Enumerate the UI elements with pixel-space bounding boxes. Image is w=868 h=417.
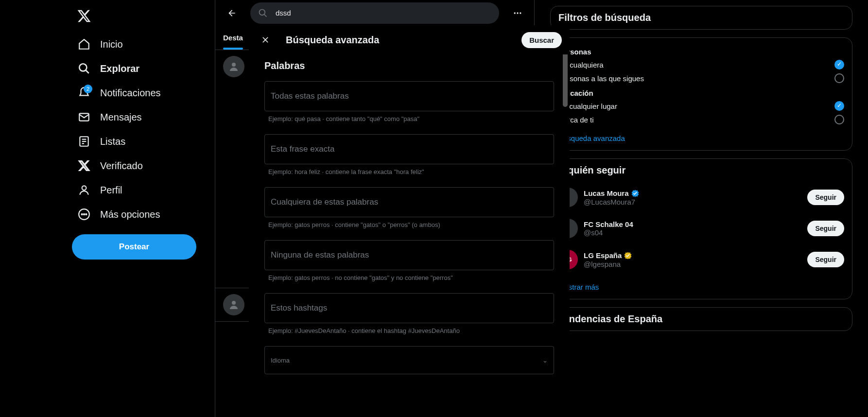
svg-point-15 (517, 12, 518, 14)
svg-point-0 (79, 64, 87, 71)
account-handle: @LucasMoura7 (584, 198, 801, 206)
nav-profile[interactable]: Perfil (72, 178, 128, 202)
account-name: FC Schalke 04 (584, 220, 633, 228)
field-hint: Ejemplo: #JuevesDeAntaño · contiene el h… (264, 327, 554, 334)
search-icon (258, 8, 268, 18)
svg-point-16 (520, 12, 521, 14)
nav-messages[interactable]: Mensajes (72, 105, 148, 129)
nav-label: Perfil (100, 185, 122, 196)
follow-suggestion[interactable]: Lucas Moura @LucasMoura7 Seguir (551, 182, 852, 213)
location-heading: Ubicación (558, 89, 844, 97)
nav-home[interactable]: Inicio (72, 32, 129, 56)
avatar[interactable] (223, 56, 244, 77)
nav-verified[interactable]: Verificado (72, 154, 149, 178)
language-select[interactable]: Idioma ⌄ (264, 346, 554, 374)
search-box[interactable] (250, 2, 499, 24)
field-hint: Ejemplo: gatos perros · no contiene "gat… (264, 274, 554, 281)
field-hint: Ejemplo: hora feliz · contiene la frase … (264, 168, 554, 175)
account-handle: @s04 (584, 228, 801, 237)
svg-point-11 (86, 214, 87, 215)
all-words-input[interactable] (264, 81, 554, 111)
filter-following[interactable]: Personas a las que sigues (558, 71, 844, 85)
filter-near-you[interactable]: Cerca de ti (558, 113, 844, 126)
follow-button[interactable]: Seguir (807, 252, 844, 267)
avatar[interactable] (223, 294, 244, 315)
svg-point-9 (82, 214, 83, 215)
svg-point-14 (514, 12, 516, 14)
radio-label: Personas a las que sigues (558, 74, 644, 83)
trends-title: Tendencias de España (551, 308, 852, 330)
post-button[interactable]: Postear (72, 234, 196, 260)
search-button[interactable]: Buscar (521, 32, 562, 48)
nav-more[interactable]: Más opciones (72, 202, 166, 226)
trends-panel: Tendencias de España (550, 307, 852, 331)
follow-title: A quién seguir (551, 159, 852, 182)
persons-heading: Personas (558, 48, 844, 56)
language-label: Idioma (271, 357, 290, 364)
svg-point-17 (232, 63, 236, 67)
close-icon (260, 35, 270, 45)
tab-featured[interactable]: Desta (215, 26, 251, 50)
advanced-search-modal: Búsqueda avanzada Buscar Palabras Ejempl… (249, 25, 570, 417)
nav-lists[interactable]: Listas (72, 129, 131, 154)
mail-icon (78, 111, 90, 123)
search-input[interactable] (276, 9, 491, 17)
follow-button[interactable]: Seguir (807, 221, 844, 236)
follow-suggestion[interactable]: LG LG España @lgespana Seguir (551, 244, 852, 275)
modal-title: Búsqueda avanzada (286, 35, 521, 46)
svg-point-7 (82, 186, 87, 190)
more-button[interactable] (509, 4, 526, 22)
nav-label: Verificado (100, 160, 143, 172)
field-hint: Ejemplo: qué pasa · contiene tanto "qué"… (264, 115, 554, 122)
filter-anyone[interactable]: De cualquiera (558, 58, 844, 71)
nav-notifications[interactable]: 2 Notificaciones (72, 81, 167, 105)
back-button[interactable] (223, 4, 241, 22)
radio-unchecked-icon[interactable] (834, 73, 844, 83)
list-icon (78, 135, 90, 148)
radio-checked-icon[interactable] (834, 101, 844, 111)
follow-suggestion[interactable]: FC Schalke 04 @s04 Seguir (551, 213, 852, 244)
nav-label: Notificaciones (100, 87, 161, 99)
bell-icon: 2 (78, 87, 90, 99)
exact-phrase-input[interactable] (264, 134, 554, 164)
x-logo[interactable] (72, 4, 96, 28)
account-name: LG España (584, 251, 622, 260)
nav-label: Explorar (100, 63, 139, 74)
nav-label: Más opciones (100, 209, 160, 220)
filter-anywhere[interactable]: En cualquier lugar (558, 99, 844, 113)
notification-badge: 2 (84, 85, 92, 93)
advanced-search-link[interactable]: Búsqueda avanzada (558, 126, 844, 144)
nav-label: Inicio (100, 39, 123, 50)
verified-badge-icon (631, 189, 640, 198)
none-words-input[interactable] (264, 240, 554, 270)
svg-point-10 (84, 214, 85, 215)
home-icon (78, 38, 90, 51)
ellipsis-icon (513, 8, 522, 18)
field-hint: Ejemplo: gatos perros · contiene "gatos"… (264, 221, 554, 228)
filters-panel: Personas De cualquiera Personas a las qu… (550, 37, 852, 151)
account-handle: @lgespana (584, 260, 801, 268)
person-icon (78, 184, 90, 196)
more-circle-icon (78, 208, 90, 221)
follow-button[interactable]: Seguir (807, 190, 844, 205)
verified-badge-icon (624, 251, 632, 260)
chevron-down-icon: ⌄ (542, 357, 548, 364)
x-icon (78, 159, 90, 172)
filters-title: Filtros de búsqueda (558, 12, 844, 23)
nav-label: Listas (100, 136, 125, 147)
words-heading: Palabras (264, 60, 554, 71)
hashtags-input[interactable] (264, 293, 554, 323)
any-words-input[interactable] (264, 187, 554, 217)
who-to-follow: A quién seguir Lucas Moura @LucasMoura7 … (550, 158, 852, 299)
show-more-link[interactable]: Mostrar más (551, 275, 852, 299)
svg-line-1 (86, 70, 89, 73)
nav-explore[interactable]: Explorar (72, 56, 145, 81)
close-button[interactable] (257, 31, 274, 49)
svg-point-12 (260, 9, 265, 15)
svg-point-18 (232, 301, 236, 305)
radio-unchecked-icon[interactable] (834, 115, 844, 124)
svg-line-13 (264, 14, 267, 17)
search-filters-header: Filtros de búsqueda (550, 6, 852, 30)
account-name: Lucas Moura (584, 189, 629, 197)
radio-checked-icon[interactable] (834, 60, 844, 70)
